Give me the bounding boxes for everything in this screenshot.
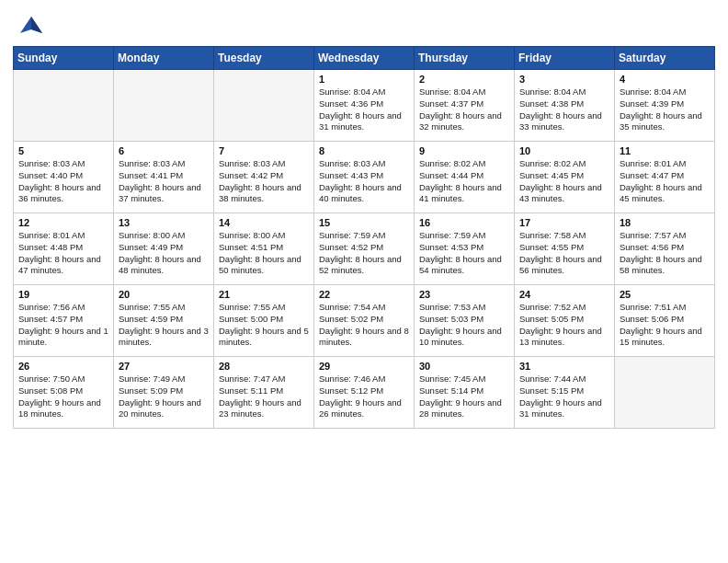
day-cell: 8Sunrise: 8:03 AM Sunset: 4:43 PM Daylig… [314,142,415,213]
weekday-header-monday: Monday [114,47,214,70]
day-number: 25 [620,289,710,300]
day-number: 19 [18,289,108,300]
day-cell: 5Sunrise: 8:03 AM Sunset: 4:40 PM Daylig… [14,142,114,213]
day-info: Sunrise: 8:02 AM Sunset: 4:45 PM Dayligh… [519,158,609,205]
day-cell: 13Sunrise: 8:00 AM Sunset: 4:49 PM Dayli… [114,213,214,285]
day-cell: 30Sunrise: 7:45 AM Sunset: 5:14 PM Dayli… [415,357,515,429]
logo [18,13,48,39]
calendar-body: 1Sunrise: 8:04 AM Sunset: 4:36 PM Daylig… [14,70,715,429]
day-cell: 7Sunrise: 8:03 AM Sunset: 4:42 PM Daylig… [214,142,314,213]
day-info: Sunrise: 7:57 AM Sunset: 4:56 PM Dayligh… [620,230,710,277]
day-number: 21 [219,289,309,300]
day-cell: 12Sunrise: 8:01 AM Sunset: 4:48 PM Dayli… [14,213,114,285]
day-number: 26 [18,361,108,372]
day-number: 29 [319,361,409,372]
day-info: Sunrise: 7:54 AM Sunset: 5:02 PM Dayligh… [319,302,409,349]
day-cell: 24Sunrise: 7:52 AM Sunset: 5:05 PM Dayli… [515,285,615,357]
day-number: 4 [620,74,710,85]
day-cell: 20Sunrise: 7:55 AM Sunset: 4:59 PM Dayli… [114,285,214,357]
day-cell: 14Sunrise: 8:00 AM Sunset: 4:51 PM Dayli… [214,213,314,285]
day-number: 10 [519,145,609,156]
day-cell: 2Sunrise: 8:04 AM Sunset: 4:37 PM Daylig… [415,70,515,142]
day-info: Sunrise: 7:55 AM Sunset: 4:59 PM Dayligh… [119,302,209,349]
day-info: Sunrise: 7:50 AM Sunset: 5:08 PM Dayligh… [18,373,108,420]
week-row-4: 26Sunrise: 7:50 AM Sunset: 5:08 PM Dayli… [14,357,715,429]
day-cell: 6Sunrise: 8:03 AM Sunset: 4:41 PM Daylig… [114,142,214,213]
day-cell: 10Sunrise: 8:02 AM Sunset: 4:45 PM Dayli… [515,142,615,213]
day-info: Sunrise: 8:03 AM Sunset: 4:41 PM Dayligh… [119,158,209,205]
day-info: Sunrise: 7:49 AM Sunset: 5:09 PM Dayligh… [119,373,209,420]
day-cell: 1Sunrise: 8:04 AM Sunset: 4:36 PM Daylig… [314,70,415,142]
day-info: Sunrise: 8:04 AM Sunset: 4:38 PM Dayligh… [519,86,609,133]
day-number: 1 [319,74,409,85]
day-info: Sunrise: 7:47 AM Sunset: 5:11 PM Dayligh… [219,373,309,420]
day-cell: 26Sunrise: 7:50 AM Sunset: 5:08 PM Dayli… [14,357,114,429]
day-number: 9 [419,145,509,156]
weekday-header-wednesday: Wednesday [314,47,415,70]
day-number: 31 [519,361,609,372]
day-cell: 18Sunrise: 7:57 AM Sunset: 4:56 PM Dayli… [615,213,715,285]
day-cell [114,70,214,142]
day-info: Sunrise: 8:04 AM Sunset: 4:36 PM Dayligh… [319,86,409,133]
day-info: Sunrise: 8:04 AM Sunset: 4:39 PM Dayligh… [620,86,710,133]
day-number: 22 [319,289,409,300]
header [0,0,728,46]
day-cell: 27Sunrise: 7:49 AM Sunset: 5:09 PM Dayli… [114,357,214,429]
day-info: Sunrise: 7:59 AM Sunset: 4:53 PM Dayligh… [419,230,509,277]
day-cell: 25Sunrise: 7:51 AM Sunset: 5:06 PM Dayli… [615,285,715,357]
weekday-header-sunday: Sunday [14,47,114,70]
weekday-header-thursday: Thursday [415,47,515,70]
calendar: SundayMondayTuesdayWednesdayThursdayFrid… [0,46,728,563]
day-info: Sunrise: 7:44 AM Sunset: 5:15 PM Dayligh… [519,373,609,420]
day-cell: 15Sunrise: 7:59 AM Sunset: 4:52 PM Dayli… [314,213,415,285]
week-row-1: 5Sunrise: 8:03 AM Sunset: 4:40 PM Daylig… [14,142,715,213]
week-row-2: 12Sunrise: 8:01 AM Sunset: 4:48 PM Dayli… [14,213,715,285]
day-cell: 3Sunrise: 8:04 AM Sunset: 4:38 PM Daylig… [515,70,615,142]
day-info: Sunrise: 7:51 AM Sunset: 5:06 PM Dayligh… [620,302,710,349]
day-cell: 11Sunrise: 8:01 AM Sunset: 4:47 PM Dayli… [615,142,715,213]
week-row-0: 1Sunrise: 8:04 AM Sunset: 4:36 PM Daylig… [14,70,715,142]
day-number: 28 [219,361,309,372]
weekday-header-tuesday: Tuesday [214,47,314,70]
day-cell [14,70,114,142]
day-number: 24 [519,289,609,300]
day-cell [615,357,715,429]
day-info: Sunrise: 8:02 AM Sunset: 4:44 PM Dayligh… [419,158,509,205]
day-cell: 4Sunrise: 8:04 AM Sunset: 4:39 PM Daylig… [615,70,715,142]
day-number: 15 [319,217,409,228]
day-number: 20 [119,289,209,300]
weekday-header-friday: Friday [515,47,615,70]
day-info: Sunrise: 7:52 AM Sunset: 5:05 PM Dayligh… [519,302,609,349]
day-number: 23 [419,289,509,300]
day-number: 8 [319,145,409,156]
day-info: Sunrise: 7:53 AM Sunset: 5:03 PM Dayligh… [419,302,509,349]
day-cell: 19Sunrise: 7:56 AM Sunset: 4:57 PM Dayli… [14,285,114,357]
day-number: 16 [419,217,509,228]
week-row-3: 19Sunrise: 7:56 AM Sunset: 4:57 PM Dayli… [14,285,715,357]
day-number: 6 [119,145,209,156]
day-number: 3 [519,74,609,85]
day-info: Sunrise: 8:03 AM Sunset: 4:43 PM Dayligh… [319,158,409,205]
day-info: Sunrise: 8:03 AM Sunset: 4:42 PM Dayligh… [219,158,309,205]
day-number: 14 [219,217,309,228]
weekday-header-saturday: Saturday [615,47,715,70]
day-cell [214,70,314,142]
day-cell: 29Sunrise: 7:46 AM Sunset: 5:12 PM Dayli… [314,357,415,429]
day-info: Sunrise: 8:01 AM Sunset: 4:47 PM Dayligh… [620,158,710,205]
day-number: 30 [419,361,509,372]
day-info: Sunrise: 7:45 AM Sunset: 5:14 PM Dayligh… [419,373,509,420]
calendar-header: SundayMondayTuesdayWednesdayThursdayFrid… [14,47,715,70]
logo-icon [18,13,44,39]
day-cell: 17Sunrise: 7:58 AM Sunset: 4:55 PM Dayli… [515,213,615,285]
day-number: 11 [620,145,710,156]
day-number: 12 [18,217,108,228]
day-number: 2 [419,74,509,85]
day-info: Sunrise: 8:03 AM Sunset: 4:40 PM Dayligh… [18,158,108,205]
day-info: Sunrise: 8:00 AM Sunset: 4:49 PM Dayligh… [119,230,209,277]
day-cell: 21Sunrise: 7:55 AM Sunset: 5:00 PM Dayli… [214,285,314,357]
day-cell: 28Sunrise: 7:47 AM Sunset: 5:11 PM Dayli… [214,357,314,429]
page: SundayMondayTuesdayWednesdayThursdayFrid… [0,0,728,563]
day-cell: 22Sunrise: 7:54 AM Sunset: 5:02 PM Dayli… [314,285,415,357]
day-number: 18 [620,217,710,228]
day-info: Sunrise: 7:55 AM Sunset: 5:00 PM Dayligh… [219,302,309,349]
